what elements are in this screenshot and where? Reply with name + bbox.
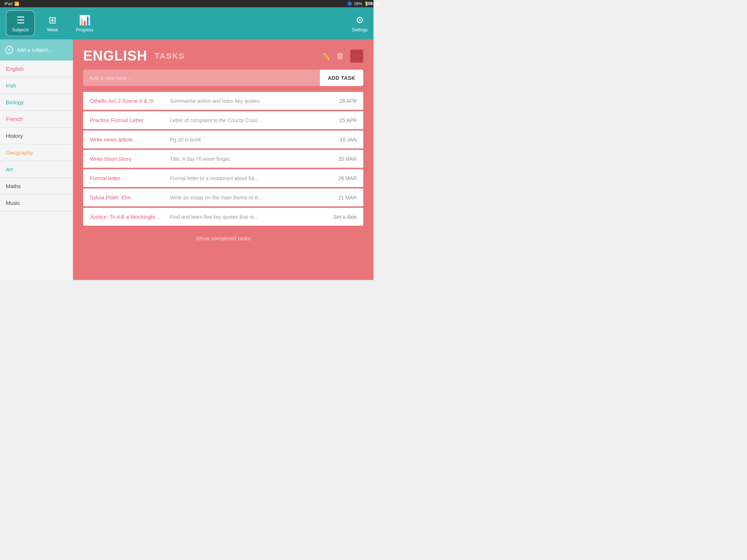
subject-name-history: History [6,133,23,139]
sidebar-item-irish[interactable]: Irish [0,77,73,94]
sidebar: + Add a subject... English Irish Biology… [0,39,73,280]
task-date: Set a date [328,214,357,220]
subject-name-biology: Biology [6,99,24,105]
add-subject-plus-icon: + [5,46,13,54]
subject-name-english: English [6,66,24,72]
week-label: Week [47,27,58,32]
subjects-icon: ☰ [16,15,25,26]
content-header: ENGLISH TASKS ✏️ 🗑 [83,48,363,64]
task-name: Othello Act 2 Scene II & III [90,98,170,104]
task-desc: Write an essay on the main theme of th..… [170,195,328,201]
task-desc: Pg 20 in book [170,137,328,143]
task-desc: Title: A day I'll never forget. [170,156,328,162]
color-swatch[interactable] [350,50,363,63]
add-task-button[interactable]: ADD TASK [320,70,363,86]
task-desc: Find and learn five key quotes that re..… [170,214,328,220]
sidebar-item-english[interactable]: English [0,61,73,77]
add-task-input[interactable] [83,70,320,86]
sidebar-item-geography[interactable]: Geography [0,144,73,161]
add-subject-label: Add a subject... [17,47,52,53]
main-layout: + Add a subject... English Irish Biology… [0,39,374,280]
table-row[interactable]: Practise Formal Letter Letter of complai… [83,111,363,129]
subject-title: ENGLISH [83,48,147,64]
sidebar-item-biology[interactable]: Biology [0,94,73,111]
week-icon: ⊞ [49,15,57,26]
sidebar-item-art[interactable]: Art [0,161,73,178]
table-row[interactable]: Write Short Story Title: A day I'll neve… [83,150,363,168]
task-date: 25 MAR [328,156,357,162]
sidebar-item-music[interactable]: Music [0,195,73,211]
sidebar-item-maths[interactable]: Maths [0,178,73,195]
task-name: Practise Formal Letter [90,117,170,123]
settings-button[interactable]: ⚙ Settings [352,15,368,32]
subject-name-french: French [6,116,23,122]
header-actions: ✏️ 🗑 [321,50,363,63]
add-task-row: ADD TASK [83,70,363,86]
add-subject-button[interactable]: + Add a subject... [0,39,73,61]
nav-tabs: ☰ Subjects ⊞ Week 📊 Progress [6,10,99,36]
table-row[interactable]: Formal letter Formal letter to a restaur… [83,169,363,187]
sidebar-item-history[interactable]: History [0,128,73,144]
task-list: Othello Act 2 Scene II & III Summarise a… [83,92,363,226]
settings-icon: ⚙ [356,15,364,26]
task-name: Justice: To Kill a Mockingbi... [90,214,170,220]
time-display: 08:34 [368,1,374,6]
subject-list: English Irish Biology French History Geo… [0,61,73,280]
progress-label: Progress [76,27,93,32]
ipad-label: iPad [4,1,12,6]
content-area: ENGLISH TASKS ✏️ 🗑 ADD TASK Othello Act … [73,39,374,280]
tab-progress[interactable]: 📊 Progress [70,10,99,36]
tasks-label: TASKS [155,51,185,61]
subject-name-irish: Irish [6,82,16,89]
progress-icon: 📊 [79,15,90,26]
show-completed-button[interactable]: Show completed tasks [83,235,363,241]
subject-name-geography: Geography [6,149,33,156]
subject-name-maths: Maths [6,183,21,189]
task-name: Write Short Story [90,156,170,162]
table-row[interactable]: Sylvia Plath: Elm Write an essay on the … [83,188,363,206]
tab-subjects[interactable]: ☰ Subjects [6,10,35,36]
edit-icon[interactable]: ✏️ [321,51,330,61]
table-row[interactable]: Othello Act 2 Scene II & III Summarise a… [83,92,363,110]
task-date: 16 JAN [328,137,357,143]
bluetooth-icon: 🔵 [347,1,352,6]
top-navigation: ☰ Subjects ⊞ Week 📊 Progress ⚙ Settings [0,7,374,39]
task-name: Formal letter [90,175,170,181]
table-row[interactable]: Write news article Pg 20 in book 16 JAN [83,131,363,148]
task-name: Sylvia Plath: Elm [90,194,170,201]
table-row[interactable]: Justice: To Kill a Mockingbi... Find and… [83,208,363,226]
task-desc: Summarise action and learn key quotes [170,98,328,104]
delete-icon[interactable]: 🗑 [336,51,344,61]
status-bar: iPad 📶 08:34 🔵 28% 🔋 [0,0,374,7]
battery-label: 28% [354,1,362,6]
tab-week[interactable]: ⊞ Week [38,10,67,36]
task-desc: Letter of complaint to the County Coun..… [170,117,328,123]
wifi-icon: 📶 [14,1,19,6]
sidebar-item-french[interactable]: French [0,111,73,128]
settings-label: Settings [352,27,368,32]
task-date: 21 MAR [328,195,357,201]
task-desc: Formal letter to a restaurant about ba..… [170,175,328,181]
subjects-label: Subjects [12,27,29,32]
task-date: 25 APR [328,117,357,123]
task-date: 28 APR [328,98,357,104]
task-date: 26 MAR [328,175,357,181]
subject-name-music: Music [6,200,20,206]
subject-name-art: Art [6,166,13,172]
task-name: Write news article [90,136,170,143]
